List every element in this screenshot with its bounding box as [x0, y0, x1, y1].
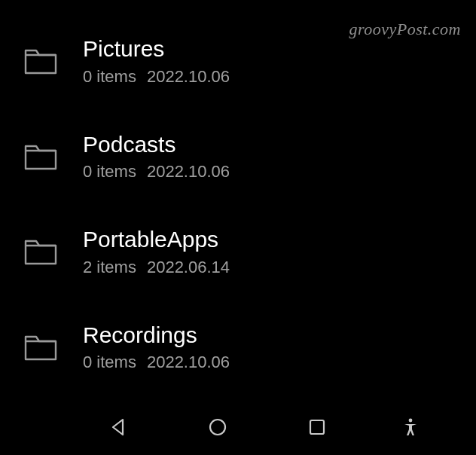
folder-name: Recordings — [83, 322, 230, 349]
recent-button[interactable] — [307, 417, 328, 438]
folder-icon — [23, 142, 83, 172]
folder-count: 0 items — [83, 67, 136, 86]
folder-text-group: PortableApps 2 items2022.06.14 — [83, 227, 230, 277]
folder-row[interactable]: PortableApps 2 items2022.06.14 — [23, 204, 453, 300]
folder-icon — [23, 46, 83, 76]
folder-text-group: Recordings 0 items2022.10.06 — [83, 322, 230, 368]
folder-row[interactable]: Recordings 0 items2022.10.06 — [23, 300, 453, 368]
folder-name: Pictures — [83, 36, 230, 63]
folder-count: 0 items — [83, 162, 136, 181]
folder-count: 0 items — [83, 353, 136, 368]
folder-date: 2022.06.14 — [147, 258, 230, 276]
folder-name: PortableApps — [83, 227, 230, 253]
folder-name: Podcasts — [83, 132, 230, 158]
folder-meta: 0 items2022.10.06 — [83, 353, 230, 368]
svg-rect-1 — [310, 420, 324, 434]
folder-meta: 2 items2022.06.14 — [83, 258, 230, 277]
navigation-bar — [0, 399, 476, 455]
svg-point-2 — [409, 419, 413, 423]
folder-text-group: Podcasts 0 items2022.10.06 — [83, 132, 230, 182]
folder-meta: 0 items2022.10.06 — [83, 67, 230, 87]
folder-row[interactable]: Pictures 0 items2022.10.06 — [23, 14, 453, 109]
back-button[interactable] — [108, 417, 129, 438]
folder-date: 2022.10.06 — [147, 162, 230, 181]
folder-date: 2022.10.06 — [147, 353, 230, 368]
folder-count: 2 items — [83, 258, 136, 276]
folder-icon — [23, 237, 83, 267]
folder-row[interactable]: Podcasts 0 items2022.10.06 — [23, 109, 453, 205]
folder-text-group: Pictures 0 items2022.10.06 — [83, 36, 230, 87]
folder-meta: 0 items2022.10.06 — [83, 162, 230, 182]
svg-point-0 — [210, 420, 225, 435]
accessibility-button[interactable] — [400, 417, 421, 438]
folder-icon — [23, 332, 83, 362]
home-button[interactable] — [207, 417, 228, 438]
folder-date: 2022.10.06 — [147, 67, 230, 86]
folder-list: Pictures 0 items2022.10.06 Podcasts 0 it… — [0, 0, 476, 368]
